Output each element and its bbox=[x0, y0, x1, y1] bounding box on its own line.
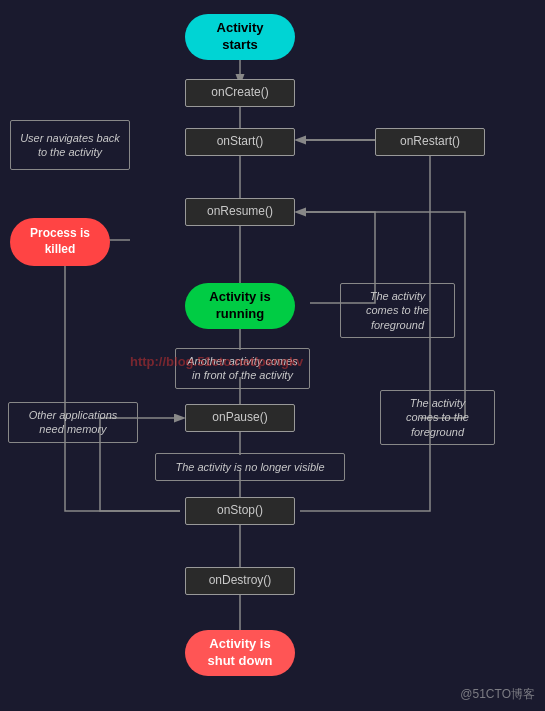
other-apps-label: Other applicationsneed memory bbox=[8, 402, 138, 443]
ondestroy-node: onDestroy() bbox=[185, 567, 295, 595]
activity-foreground1-label: The activitycomes to theforeground bbox=[340, 283, 455, 338]
watermark-brand: @51CTO博客 bbox=[460, 686, 535, 703]
activity-starts-node: Activity starts bbox=[185, 14, 295, 60]
another-activity-label: Another activity comesin front of the ac… bbox=[175, 348, 310, 389]
onpause-node: onPause() bbox=[185, 404, 295, 432]
process-killed-node: Process is killed bbox=[10, 218, 110, 266]
activity-shutdown-node: Activity is shut down bbox=[185, 630, 295, 676]
onstop-node: onStop() bbox=[185, 497, 295, 525]
onrestart-node: onRestart() bbox=[375, 128, 485, 156]
activity-running-node: Activity is running bbox=[185, 283, 295, 329]
oncreate-node: onCreate() bbox=[185, 79, 295, 107]
activity-lifecycle-diagram: Activity starts onCreate() onStart() onR… bbox=[0, 0, 545, 711]
no-longer-visible-label: The activity is no longer visible bbox=[155, 453, 345, 481]
user-navigates-label: User navigates back to the activity bbox=[10, 120, 130, 170]
onstart-node: onStart() bbox=[185, 128, 295, 156]
activity-foreground2-label: The activitycomes to theforeground bbox=[380, 390, 495, 445]
onresume-node: onResume() bbox=[185, 198, 295, 226]
